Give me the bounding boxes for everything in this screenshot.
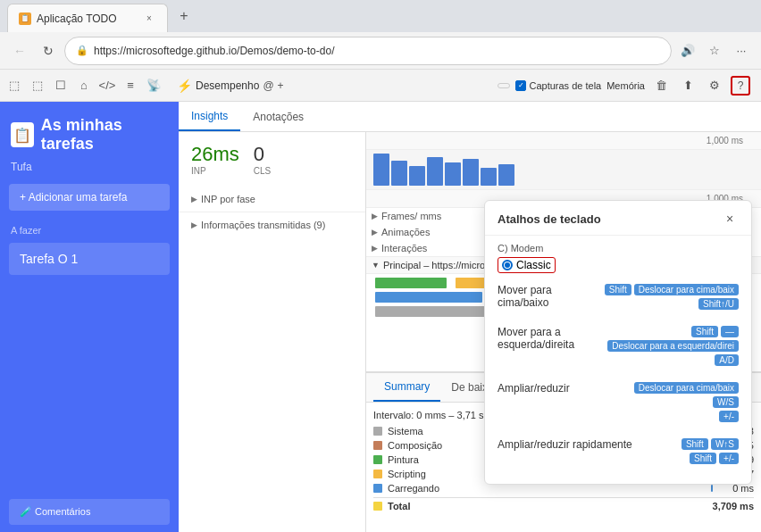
shortcut-desc-1: Mover para cima/baixo bbox=[498, 284, 605, 309]
shortcut-desc-3: Ampliar/reduzir bbox=[498, 382, 634, 395]
key-row-3b: W/S bbox=[713, 396, 739, 408]
key-deslocar-lr: Deslocar para a esquerda/direi bbox=[607, 340, 739, 352]
favorites-icon[interactable]: ☆ bbox=[702, 38, 727, 63]
key-ad: A/D bbox=[715, 354, 739, 366]
mode-options: Classic bbox=[498, 257, 739, 273]
time-ruler-top: 1,000 ms bbox=[366, 132, 761, 150]
shortcuts-close-button[interactable]: × bbox=[721, 210, 739, 228]
comments-button[interactable]: 🧪 Comentários bbox=[9, 499, 170, 525]
total-color bbox=[373, 502, 382, 511]
mode-label: C) Modem bbox=[498, 243, 739, 254]
cls-metric: 0 CLS bbox=[254, 143, 271, 176]
perf-sidebar: 26ms INP 0 CLS ▶ INP por fase bbox=[179, 132, 366, 532]
shortcut-row-4: Ampliar/reduzir rapidamente Shift W↑S Sh… bbox=[498, 438, 739, 464]
refresh-button[interactable]: ↻ bbox=[36, 38, 61, 63]
shortcut-row-2: Mover para a esquerda/direita Shift — De… bbox=[498, 326, 739, 366]
key-wus: W↑S bbox=[711, 438, 739, 450]
key-shift: Shift bbox=[605, 284, 631, 295]
task-item[interactable]: Tarefa O 1 bbox=[9, 243, 170, 275]
carregando-color bbox=[373, 484, 382, 493]
pintura-color bbox=[373, 455, 382, 464]
more-icon[interactable]: ··· bbox=[729, 38, 754, 63]
shortcut-row-1: Mover para cima/baixo Shift Deslocar par… bbox=[498, 284, 739, 310]
cls-label: CLS bbox=[254, 166, 271, 176]
tab-annotations[interactable]: Anotações bbox=[240, 102, 316, 131]
chevron-icon: ▶ bbox=[191, 195, 197, 204]
todo-panel: 📋 As minhas tarefas Tufa + Adicionar uma… bbox=[0, 102, 179, 532]
tab-insights[interactable]: Insights bbox=[179, 102, 240, 131]
chevron-icon-2: ▶ bbox=[191, 220, 197, 229]
key-deslocar: Deslocar para cima/baix bbox=[634, 284, 739, 295]
inp-label: INP bbox=[191, 166, 239, 176]
devtools-icon-menu[interactable]: ≡ bbox=[120, 75, 141, 96]
classic-radio[interactable] bbox=[502, 260, 513, 270]
trash-icon[interactable]: 🗑 bbox=[650, 75, 672, 96]
total-label: Total bbox=[388, 501, 707, 511]
classic-option[interactable]: Classic bbox=[498, 257, 556, 273]
key-plusminus: +/- bbox=[719, 411, 739, 422]
timeline-bar bbox=[409, 166, 425, 186]
shortcut-section-3: Ampliar/reduzir Deslocar para cima/baix … bbox=[485, 375, 751, 431]
browser-frame: 📋 Aplicação TODO × + ← ↻ 🔒 https://micro… bbox=[0, 0, 761, 532]
timeline-bars bbox=[366, 150, 761, 190]
cls-value: 0 bbox=[254, 143, 271, 166]
help-icon[interactable]: ? bbox=[731, 76, 750, 96]
todo-title: As minhas tarefas bbox=[41, 116, 168, 154]
shortcut-section-1: Mover para cima/baixo Shift Deslocar par… bbox=[485, 277, 751, 319]
upload-icon[interactable]: ⬆ bbox=[677, 75, 698, 96]
lock-icon: 🔒 bbox=[76, 45, 88, 56]
active-tab[interactable]: 📋 Aplicação TODO × bbox=[7, 4, 168, 32]
key-row-2c: A/D bbox=[715, 354, 739, 366]
shortcuts-header: Atalhos de teclado × bbox=[485, 201, 751, 236]
total-value: 3,709 ms bbox=[713, 501, 754, 511]
tab-title: Aplicação TODO bbox=[37, 12, 137, 25]
section-label: A fazer bbox=[0, 218, 179, 239]
key-deslocar-zoom: Deslocar para cima/baix bbox=[634, 382, 739, 394]
devtools-icon-code[interactable]: </> bbox=[96, 75, 118, 96]
inp-metric: 26ms INP bbox=[191, 143, 239, 176]
info-transmitidas[interactable]: ▶ Informações transmitidas (9) bbox=[179, 216, 365, 234]
domain-label bbox=[498, 83, 510, 88]
devtools-icon-home[interactable]: ⌂ bbox=[73, 75, 95, 96]
key-row-3a: Deslocar para cima/baix bbox=[634, 382, 739, 394]
timeline-bar bbox=[498, 164, 514, 186]
checkbox-icon: ✓ bbox=[515, 80, 526, 91]
todo-header: 📋 As minhas tarefas bbox=[0, 102, 179, 161]
devtools-header-bar: ⬚ ⬚ ☐ ⌂ </> ≡ 📡 ⚡ Desempenho @ + ✓ Captu… bbox=[0, 70, 761, 102]
memory-label: Memória bbox=[606, 80, 645, 91]
new-tab-button[interactable]: + bbox=[171, 4, 197, 29]
timeline-bar bbox=[373, 154, 389, 186]
shortcuts-title: Atalhos de teclado bbox=[498, 212, 601, 226]
tab-favicon: 📋 bbox=[19, 12, 31, 25]
key-ws: W/S bbox=[713, 396, 739, 408]
shortcut-section-2: Mover para a esquerda/direita Shift — De… bbox=[485, 319, 751, 375]
back-button[interactable]: ← bbox=[7, 38, 32, 63]
settings-icon[interactable]: ⚙ bbox=[704, 75, 725, 96]
key-shiftu: Shift↑/U bbox=[698, 298, 739, 310]
carregando-bar bbox=[711, 485, 713, 492]
shortcut-keys-4: Shift W↑S Shift +/- bbox=[682, 438, 739, 464]
devtools-icon-2[interactable]: ⬚ bbox=[27, 75, 48, 96]
devtools-icon-wifi[interactable]: 📡 bbox=[143, 75, 164, 96]
shortcut-keys-1: Shift Deslocar para cima/baix Shift↑/U bbox=[605, 284, 739, 310]
devtools-icon-1[interactable]: ⬚ bbox=[4, 75, 25, 96]
todo-subtitle: Tufa bbox=[0, 161, 179, 177]
key-plusminus2: +/- bbox=[719, 453, 739, 464]
add-task-button[interactable]: + Adicionar uma tarefa bbox=[9, 184, 170, 211]
shortcut-row-3: Ampliar/reduzir Deslocar para cima/baix … bbox=[498, 382, 739, 422]
interacoes-chevron: ▶ bbox=[372, 244, 378, 253]
composicao-color bbox=[373, 441, 382, 450]
tab-summary[interactable]: Summary bbox=[373, 373, 440, 402]
key-row-1b: Shift↑/U bbox=[698, 298, 739, 310]
frames-chevron: ▶ bbox=[372, 212, 378, 220]
tab-close-button[interactable]: × bbox=[142, 12, 156, 26]
todo-icon: 📋 bbox=[11, 122, 34, 147]
inp-por-fase[interactable]: ▶ INP por fase bbox=[179, 190, 365, 208]
perf-icon: ⚡ bbox=[177, 79, 192, 93]
inp-section: ▶ INP por fase bbox=[179, 187, 365, 212]
devtools-icon-3[interactable]: ☐ bbox=[50, 75, 71, 96]
screenshots-checkbox[interactable]: ✓ Capturas de tela bbox=[515, 80, 601, 91]
address-bar[interactable]: 🔒 https://microsoftedge.github.io/Demos/… bbox=[64, 37, 672, 65]
read-aloud-icon[interactable]: 🔊 bbox=[675, 38, 700, 63]
performance-title: ⚡ Desempenho @ + bbox=[170, 79, 291, 93]
